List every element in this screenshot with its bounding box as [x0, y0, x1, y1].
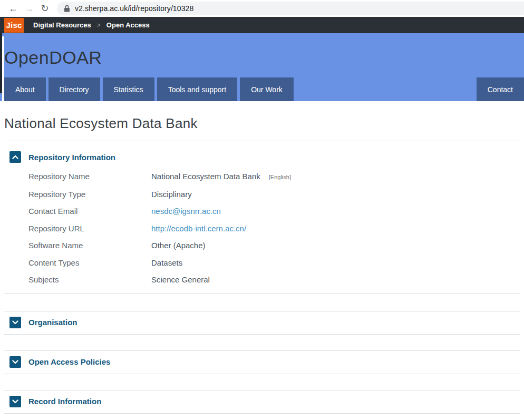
jisc-logo[interactable]: Jisc [4, 18, 24, 33]
field-label: Content Types [28, 259, 151, 268]
field-row: SubjectsScience General [28, 271, 520, 289]
address-bar[interactable]: v2.sherpa.ac.uk/id/repository/10328 [57, 2, 524, 15]
site-banner: OpenDOAR AboutDirectoryStatisticsTools a… [0, 33, 524, 101]
field-value-text: Other (Apache) [151, 241, 206, 250]
breadcrumb: Digital Resources > Open Access [33, 21, 150, 29]
field-value-text: Science General [151, 275, 210, 284]
reload-icon[interactable]: ↻ [37, 1, 53, 16]
nav-item-our-work[interactable]: Our Work [240, 77, 294, 101]
chevron-down-icon [12, 320, 18, 325]
jisc-header-bar: Jisc Digital Resources > Open Access [0, 17, 524, 33]
back-icon[interactable]: ← [5, 1, 21, 16]
breadcrumb-item-digital-resources[interactable]: Digital Resources [33, 21, 91, 29]
field-row: Content TypesDatasets [28, 255, 520, 272]
field-value-text: Disciplinary [151, 190, 192, 199]
site-title: OpenDOAR [4, 47, 102, 68]
section-toggle-button[interactable] [9, 396, 21, 407]
field-value: Datasets [151, 259, 182, 268]
section-repository-information: Repository InformationRepository NameNat… [4, 141, 520, 294]
section-header[interactable]: Repository Information [4, 141, 520, 163]
section-toggle-button[interactable] [9, 317, 21, 328]
field-value: National Ecosystem Data Bank[English] [151, 172, 291, 182]
field-row: Software NameOther (Apache) [28, 237, 520, 255]
field-value: nesdc@igsnrr.ac.cn [151, 207, 221, 216]
field-label: Contact Email [28, 207, 151, 216]
section-title[interactable]: Open Access Policies [28, 357, 110, 366]
nav-item-statistics[interactable]: Statistics [103, 77, 154, 101]
field-label: Repository Name [28, 172, 151, 182]
field-value-text: Datasets [151, 258, 182, 267]
section-organisation: Organisation [4, 311, 520, 335]
section-title[interactable]: Repository Information [28, 153, 115, 162]
language-tag: [English] [269, 174, 291, 180]
field-value: Disciplinary [151, 190, 192, 199]
section-record-information: Record Information [4, 390, 520, 414]
section-title[interactable]: Organisation [28, 318, 77, 327]
nav-item-about[interactable]: About [4, 77, 46, 101]
field-row: Repository NameNational Ecosystem Data B… [28, 168, 520, 186]
field-label: Repository URL [28, 224, 151, 233]
breadcrumb-item-open-access[interactable]: Open Access [106, 21, 150, 29]
field-value-text: National Ecosystem Data Bank [151, 172, 260, 181]
section-open-access-policies: Open Access Policies [4, 350, 520, 374]
field-value-link[interactable]: nesdc@igsnrr.ac.cn [151, 207, 221, 216]
chevron-up-icon [12, 155, 18, 159]
url-text: v2.sherpa.ac.uk/id/repository/10328 [75, 4, 193, 13]
field-value: Other (Apache) [151, 241, 206, 250]
field-label: Subjects [28, 276, 151, 285]
field-value: http://ecodb-intl.cern.ac.cn/ [151, 224, 246, 233]
sections: Repository InformationRepository NameNat… [4, 141, 520, 414]
forward-icon[interactable]: → [21, 1, 37, 16]
chevron-down-icon [12, 360, 18, 364]
nav-item-tools-and-support[interactable]: Tools and support [157, 77, 238, 101]
section-title[interactable]: Record Information [28, 397, 101, 406]
nav-item-directory[interactable]: Directory [48, 77, 100, 101]
chevron-down-icon [12, 399, 18, 404]
section-toggle-button[interactable] [9, 356, 21, 368]
field-label: Repository Type [28, 190, 151, 199]
section-header[interactable]: Record Information [4, 390, 520, 413]
page-content: National Ecosystem Data Bank Repository … [0, 115, 524, 414]
breadcrumb-separator-icon: > [97, 22, 101, 29]
section-header[interactable]: Organisation [4, 311, 520, 334]
section-toggle-button[interactable] [9, 151, 21, 163]
field-row: Repository URLhttp://ecodb-intl.cern.ac.… [28, 220, 520, 238]
section-header[interactable]: Open Access Policies [4, 351, 520, 374]
field-value: Science General [151, 276, 210, 285]
nav-spacer [296, 77, 474, 101]
section-fields: Repository NameNational Ecosystem Data B… [28, 168, 520, 289]
field-label: Software Name [28, 241, 151, 250]
field-value-link[interactable]: http://ecodb-intl.cern.ac.cn/ [151, 224, 246, 233]
page-title: National Ecosystem Data Bank [4, 115, 520, 131]
browser-toolbar: ← → ↻ v2.sherpa.ac.uk/id/repository/1032… [0, 0, 524, 17]
lock-icon [64, 5, 70, 12]
nav-item-contact[interactable]: Contact [477, 77, 524, 101]
field-row: Repository TypeDisciplinary [28, 186, 520, 203]
field-row: Contact Emailnesdc@igsnrr.ac.cn [28, 203, 520, 220]
main-nav: AboutDirectoryStatisticsTools and suppor… [4, 77, 524, 101]
